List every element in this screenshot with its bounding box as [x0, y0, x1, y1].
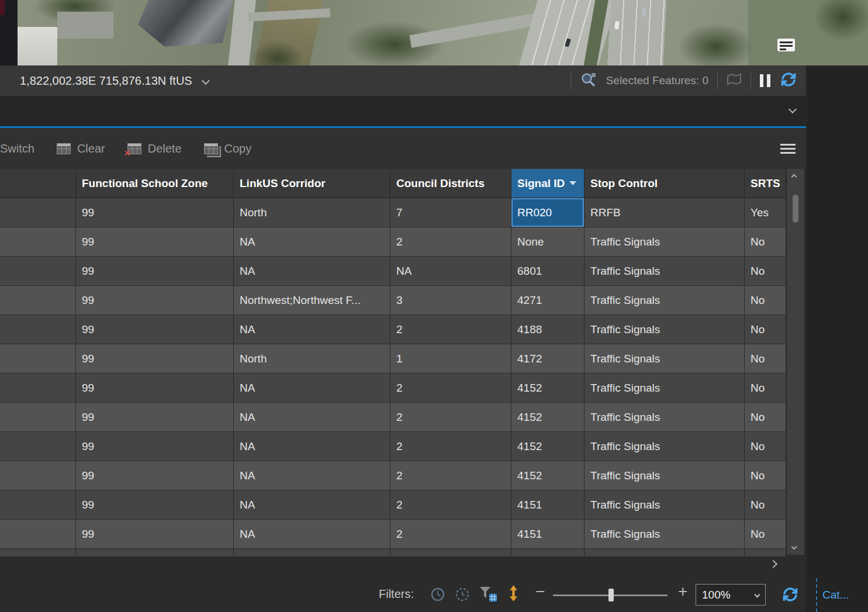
cell-council-districts[interactable]: NA: [390, 257, 511, 286]
table-row[interactable]: 99 Northwest;Northwest F... 3 4271 Traff…: [0, 286, 786, 315]
zoom-to-selection-icon[interactable]: [580, 71, 597, 91]
cell-srts[interactable]: Yes: [745, 198, 786, 227]
cell-council-districts[interactable]: 2: [390, 315, 511, 344]
cell-stop-control[interactable]: RRFB: [585, 198, 745, 227]
cell-functional-school-zone[interactable]: 99: [76, 198, 234, 227]
cell-signal-id[interactable]: 4152: [511, 461, 585, 490]
cell-council-districts[interactable]: 2: [390, 227, 511, 257]
cell-srts[interactable]: No: [745, 461, 786, 490]
cell-functional-school-zone[interactable]: 99: [76, 344, 234, 374]
cell-council-districts[interactable]: 2: [390, 374, 511, 403]
map-view[interactable]: [0, 0, 868, 65]
cell-functional-school-zone[interactable]: 99: [76, 286, 234, 315]
table-row[interactable]: 99 NA 2 4151 Traffic Signals No: [0, 520, 786, 549]
column-header-council-districts[interactable]: Council Districts: [390, 169, 511, 198]
cell-linkus-corridor[interactable]: NA: [234, 520, 390, 549]
table-row[interactable]: 99 North 7 RR020 RRFB Yes: [0, 198, 786, 227]
cell-stop-control[interactable]: Traffic Signals: [585, 257, 745, 286]
cell-stop-control[interactable]: Traffic Signals: [585, 461, 745, 490]
cell-stop-control[interactable]: Traffic Signals: [585, 286, 745, 315]
cell-linkus-corridor[interactable]: North: [234, 344, 390, 374]
cell-functional-school-zone[interactable]: 99: [76, 403, 234, 432]
table-row[interactable]: 99 NA 2 4152 Traffic Signals No: [0, 461, 786, 490]
cell-linkus-corridor[interactable]: NA: [234, 227, 390, 257]
copy-button[interactable]: Copy: [204, 142, 252, 155]
switch-button[interactable]: Switch: [0, 142, 34, 155]
cell-stop-control[interactable]: Traffic Signals: [585, 490, 745, 520]
cell-srts[interactable]: No: [745, 257, 786, 286]
table-row[interactable]: 99 NA NA 6801 Traffic Signals No: [0, 257, 786, 286]
cell-srts[interactable]: No: [745, 374, 786, 403]
cell-signal-id[interactable]: 4271: [511, 286, 585, 315]
row-header-cell[interactable]: [0, 461, 76, 490]
time-filter-icon[interactable]: [430, 587, 445, 604]
cell-signal-id[interactable]: 4152: [511, 374, 585, 403]
cell-linkus-corridor[interactable]: NA: [234, 403, 390, 432]
row-header-cell[interactable]: [0, 257, 76, 286]
pause-drawing-button[interactable]: [760, 74, 770, 87]
table-row[interactable]: 99 NA 2 4151 Traffic Signals No: [0, 490, 786, 520]
cell-functional-school-zone[interactable]: 99: [76, 520, 234, 549]
cell-linkus-corridor[interactable]: Northwest;Northwest F...: [234, 286, 390, 315]
cell-stop-control[interactable]: Traffic Signals: [585, 403, 745, 432]
row-header-cell[interactable]: [0, 344, 76, 374]
cell-functional-school-zone[interactable]: 99: [76, 461, 234, 490]
table-row[interactable]: 99 NA 2 4152 Traffic Signals No: [0, 432, 786, 461]
row-header-cell[interactable]: [0, 490, 76, 520]
cell-stop-control[interactable]: Traffic Signals: [585, 315, 745, 344]
table-row[interactable]: 99 NA 2 None Traffic Signals No: [0, 227, 786, 257]
table-menu-icon[interactable]: [780, 144, 796, 154]
cell-council-districts[interactable]: 3: [390, 286, 511, 315]
row-header-cell[interactable]: [0, 315, 76, 344]
row-header-cell[interactable]: [0, 432, 76, 461]
cell-functional-school-zone[interactable]: 99: [76, 257, 234, 286]
row-header-cell[interactable]: [0, 403, 76, 432]
definition-filter-icon[interactable]: [479, 586, 497, 605]
column-header-stop-control[interactable]: Stop Control: [585, 169, 745, 198]
cell-functional-school-zone[interactable]: 99: [76, 374, 234, 403]
column-header-blank[interactable]: [0, 169, 76, 198]
vertical-scrollbar-thumb[interactable]: [793, 195, 798, 223]
refresh-map-button[interactable]: [779, 71, 798, 91]
row-header-cell[interactable]: [0, 374, 76, 403]
cell-stop-control[interactable]: Traffic Signals: [585, 432, 745, 461]
cell-srts[interactable]: No: [745, 227, 786, 257]
cell-council-districts[interactable]: 2: [390, 490, 511, 520]
cell-council-districts[interactable]: 7: [390, 198, 511, 227]
cell-signal-id[interactable]: 4151: [511, 520, 585, 549]
row-header-cell[interactable]: [0, 227, 76, 257]
range-filter-icon[interactable]: [455, 587, 470, 604]
cell-council-districts[interactable]: 1: [390, 344, 511, 374]
vertical-scrollbar[interactable]: [786, 169, 804, 555]
cell-signal-id[interactable]: 4188: [511, 315, 585, 344]
zoom-in-button[interactable]: +: [678, 582, 687, 601]
table-row[interactable]: 99 North 1 4172 Traffic Signals No: [0, 344, 786, 374]
cell-signal-id[interactable]: 4152: [511, 403, 585, 432]
zoom-out-button[interactable]: −: [535, 582, 545, 601]
collapse-panel-chevron-icon[interactable]: [789, 105, 797, 113]
cell-council-districts[interactable]: 2: [390, 520, 511, 549]
table-row[interactable]: 99 NA 2 4152 Traffic Signals No: [0, 374, 786, 403]
cell-linkus-corridor[interactable]: NA: [234, 432, 390, 461]
cell-stop-control[interactable]: Traffic Signals: [585, 374, 745, 403]
cell-srts[interactable]: No: [745, 432, 786, 461]
cell-srts[interactable]: No: [745, 286, 786, 315]
cell-srts[interactable]: No: [745, 403, 786, 432]
coordinates-display[interactable]: 1,822,002.38E 715,876.13N ftUS: [20, 74, 209, 88]
delete-button[interactable]: Delete: [127, 142, 182, 155]
cell-stop-control[interactable]: Traffic Signals: [585, 520, 745, 549]
row-header-cell[interactable]: [0, 198, 76, 227]
cell-srts[interactable]: No: [745, 490, 786, 520]
cell-council-districts[interactable]: 2: [390, 432, 511, 461]
cell-srts[interactable]: No: [745, 344, 786, 374]
scroll-down-icon[interactable]: [791, 544, 797, 550]
column-header-functional-school-zone[interactable]: Functional School Zone: [76, 169, 234, 198]
map-sheet-icon[interactable]: [727, 73, 742, 89]
clear-button[interactable]: Clear: [57, 142, 105, 155]
cell-functional-school-zone[interactable]: 99: [76, 490, 234, 520]
cell-linkus-corridor[interactable]: NA: [234, 257, 390, 286]
zoom-level-dropdown[interactable]: 100%: [696, 584, 766, 606]
cell-functional-school-zone[interactable]: 99: [76, 227, 234, 257]
catalog-tab[interactable]: Cat...: [822, 589, 849, 601]
sort-order-icon[interactable]: [509, 585, 518, 604]
